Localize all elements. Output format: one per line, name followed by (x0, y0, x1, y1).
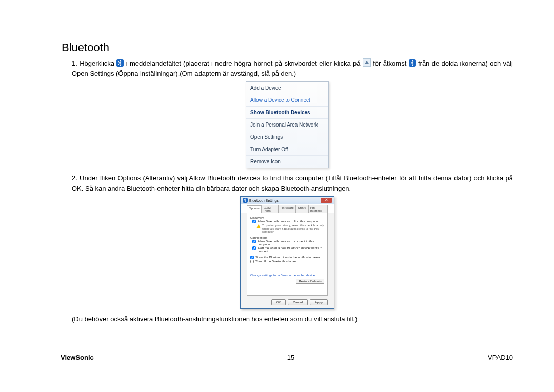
allow-connect-label: Allow Bluetooth devices to connect to th… (258, 240, 324, 246)
page-footer: ViewSonic 15 VPAD10 (61, 354, 513, 361)
bluetooth-settings-dialog: Bluetooth Settings ✕ Options COM Ports H… (240, 196, 334, 309)
warning-text: To protect your privacy, select this che… (262, 224, 324, 233)
ctx-show-devices[interactable]: Show Bluetooth Devices (246, 107, 328, 119)
step1-part3: för åtkomst (373, 59, 408, 67)
ctx-allow-connect[interactable]: Allow a Device to Connect (246, 94, 328, 107)
allow-find-input[interactable] (252, 220, 256, 223)
ctx-turn-off[interactable]: Turn Adapter Off (246, 143, 328, 156)
bluetooth-icon (116, 59, 124, 67)
tab-pim[interactable]: PIM Interface (308, 205, 328, 213)
dialog-tabs: Options COM Ports Hardware Share PIM Int… (241, 204, 334, 213)
restore-defaults-button[interactable]: Restore Defaults (296, 279, 324, 284)
dialog-title: Bluetooth Settings (249, 199, 279, 202)
turn-off-label: Turn off the Bluetooth adapter (255, 260, 296, 263)
bluetooth-context-menu: Add a Device Allow a Device to Connect S… (246, 81, 329, 168)
close-icon[interactable]: ✕ (321, 198, 332, 203)
dialog-titlebar: Bluetooth Settings ✕ (241, 197, 334, 204)
tab-share[interactable]: Share (296, 205, 308, 213)
warning-icon (256, 224, 261, 228)
alert-new-label: Alert me when a new Bluetooth device wan… (258, 246, 324, 253)
apply-button[interactable]: Apply (310, 299, 328, 305)
footer-brand: ViewSonic (61, 354, 94, 361)
bluetooth-icon (243, 198, 248, 203)
ctx-open-settings[interactable]: Open Settings (246, 131, 328, 143)
step1-part2: i meddelandefältet (placerat i nedre hög… (126, 59, 363, 67)
show-icon-checkbox[interactable]: Show the Bluetooth icon in the notificat… (250, 256, 324, 259)
allow-find-checkbox[interactable]: Allow Bluetooth devices to find this com… (252, 220, 324, 223)
ok-button[interactable]: OK (271, 299, 286, 305)
connections-header: Connections (250, 236, 324, 239)
show-icon-input[interactable] (250, 256, 254, 259)
footer-model: VPAD10 (488, 354, 513, 361)
footer-page: 15 (287, 354, 294, 361)
show-icon-label: Show the Bluetooth icon in the notificat… (255, 256, 320, 259)
alert-new-checkbox[interactable]: Alert me when a new Bluetooth device wan… (252, 246, 324, 253)
page-title: Bluetooth (62, 41, 513, 54)
turn-off-input[interactable] (250, 260, 254, 263)
ctx-join-pan[interactable]: Join a Personal Area Network (246, 119, 328, 131)
tab-com-ports[interactable]: COM Ports (262, 205, 279, 213)
note-paragraph: (Du behöver också aktivera Bluetooth-ans… (62, 314, 513, 324)
tab-options[interactable]: Options (247, 205, 262, 213)
ctx-remove-icon[interactable]: Remove Icon (246, 156, 328, 168)
step1-paragraph: 1. Högerklicka i meddelandefältet (place… (62, 58, 513, 78)
tab-hardware[interactable]: Hardware (279, 205, 296, 213)
cancel-button[interactable]: Cancel (288, 299, 308, 305)
step1-lead: 1. Högerklicka (72, 59, 116, 67)
alert-new-input[interactable] (252, 246, 256, 250)
allow-connect-input[interactable] (252, 240, 256, 243)
allow-connect-checkbox[interactable]: Allow Bluetooth devices to connect to th… (252, 240, 324, 246)
privacy-warning: To protect your privacy, select this che… (256, 224, 324, 233)
ctx-add-device[interactable]: Add a Device (246, 82, 328, 94)
discovery-header: Discovery (250, 216, 324, 219)
turn-off-checkbox[interactable]: Turn off the Bluetooth adapter (250, 260, 324, 263)
tray-arrow-icon (363, 58, 371, 67)
bluetooth-icon (409, 59, 416, 67)
change-settings-link[interactable]: Change settings for a Bluetooth enabled … (250, 274, 324, 277)
step2-paragraph: 2. Under fliken Options (Alterantiv) väl… (62, 173, 513, 193)
allow-find-label: Allow Bluetooth devices to find this com… (258, 220, 319, 223)
